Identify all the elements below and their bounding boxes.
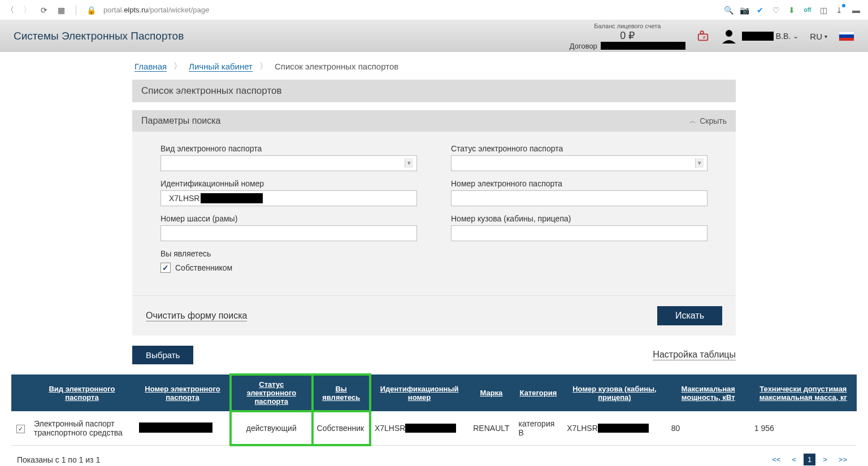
- header-you-are[interactable]: Вы являетесь: [313, 374, 370, 411]
- passport-number-input[interactable]: [451, 190, 708, 206]
- cell-you-are: Собственник: [313, 411, 370, 446]
- svg-text:₽: ₽: [703, 35, 706, 40]
- svg-point-3: [726, 30, 732, 37]
- search-panel: Параметры поиска ︿ Скрыть Вид электронно…: [132, 110, 736, 336]
- language-selector[interactable]: RU▾: [810, 32, 827, 41]
- header-number[interactable]: Номер электронного паспорта: [134, 374, 231, 411]
- forward-icon[interactable]: 〉: [23, 6, 32, 15]
- url-domain: elpts.ru: [124, 6, 148, 14]
- download-arrow-icon[interactable]: ⬇: [787, 5, 797, 15]
- results-count: Показаны с 1 по 1 из 1: [17, 455, 100, 464]
- cell-brand: RENAULT: [468, 411, 514, 446]
- camera-icon[interactable]: 📷: [739, 5, 749, 15]
- apps-icon[interactable]: ▦: [57, 6, 66, 15]
- cell-id: X7LHSR: [370, 411, 468, 446]
- id-number-prefix: X7LHSR: [166, 194, 199, 203]
- breadcrumb-sep: 〉: [259, 61, 268, 72]
- cell-category: категория B: [514, 411, 563, 446]
- lock-icon: 🔒: [86, 6, 96, 15]
- breadcrumb: Главная 〉 Личный кабинет 〉 Список электр…: [132, 61, 736, 72]
- battery-icon[interactable]: ▬: [850, 5, 862, 15]
- breadcrumb-current: Список электронных паспортов: [275, 62, 398, 71]
- cell-status: действующий: [231, 411, 313, 446]
- passport-number-label: Номер электронного паспорта: [451, 179, 708, 188]
- chassis-input[interactable]: [160, 225, 417, 241]
- page-first[interactable]: <<: [768, 454, 784, 465]
- flag-russia-icon[interactable]: [839, 31, 854, 41]
- table-footer: Показаны с 1 по 1 из 1 << < 1 > >>: [0, 446, 868, 466]
- breadcrumb-sep: 〉: [173, 61, 182, 72]
- row-checkbox[interactable]: ✓: [16, 425, 25, 433]
- results-table: Вид электронного паспорта Номер электрон…: [11, 374, 857, 446]
- header-checkbox: [11, 374, 29, 411]
- svg-point-1: [700, 31, 704, 34]
- divider: [76, 5, 76, 15]
- cell-number: [134, 411, 231, 446]
- downloads-icon[interactable]: ⤓: [834, 5, 844, 15]
- collapse-button[interactable]: ︿ Скрыть: [689, 116, 727, 126]
- site-title: Системы Электронных Паспортов: [14, 30, 184, 42]
- clear-form-link[interactable]: Очистить форму поиска: [146, 311, 247, 321]
- back-icon[interactable]: 〈: [6, 6, 15, 15]
- status-label: Статус электронного паспорта: [451, 144, 708, 153]
- heart-icon[interactable]: ♡: [771, 5, 781, 15]
- passport-type-label: Вид электронного паспорта: [160, 144, 417, 153]
- pagination: << < 1 > >>: [768, 454, 851, 465]
- url-display[interactable]: portal.elpts.ru/portal/wicket/page: [103, 6, 209, 14]
- list-panel-title: Список электронных паспортов: [132, 80, 736, 102]
- cell-power: 80: [667, 411, 750, 446]
- owner-checkbox[interactable]: ✓: [160, 263, 171, 273]
- body-label: Номер кузова (кабины, прицепа): [451, 214, 708, 223]
- chevron-down-icon: ⌄: [793, 32, 798, 40]
- breadcrumb-home[interactable]: Главная: [134, 62, 167, 72]
- search-panel-title: Параметры поиска: [141, 116, 220, 126]
- contract-number-redacted: [601, 42, 685, 50]
- body-input[interactable]: [451, 225, 708, 241]
- header-body[interactable]: Номер кузова (кабины, прицепа): [562, 374, 666, 411]
- table-settings-link[interactable]: Настройка таблицы: [653, 350, 736, 360]
- shield-icon[interactable]: ✔: [755, 5, 765, 15]
- header-power[interactable]: Максимальная мощность, кВт: [667, 374, 750, 411]
- select-button[interactable]: Выбрать: [132, 346, 193, 364]
- url-prefix: portal.: [103, 6, 124, 14]
- header-id[interactable]: Идентификационный номер: [370, 374, 468, 411]
- header-mass[interactable]: Технически допустимая максимальная масса…: [750, 374, 857, 411]
- chevron-up-icon: ︿: [689, 116, 696, 126]
- passport-type-select[interactable]: [160, 155, 417, 171]
- balance-block: Баланс лицевого счета 0 ₽ Договор: [570, 23, 685, 50]
- user-name-redacted: [742, 32, 774, 41]
- cube-icon[interactable]: ◫: [818, 5, 828, 15]
- header-category[interactable]: Категория: [514, 374, 563, 411]
- id-number-input[interactable]: X7LHSR: [160, 190, 417, 206]
- you-are-label: Вы являетесь: [160, 249, 417, 258]
- page-last[interactable]: >>: [835, 454, 851, 465]
- lang-code: RU: [810, 32, 822, 41]
- wallet-icon[interactable]: ₽: [697, 30, 709, 42]
- header-type[interactable]: Вид электронного паспорта: [29, 374, 134, 411]
- balance-amount: 0 ₽: [570, 29, 685, 42]
- cell-body: X7LHSR: [562, 411, 666, 446]
- table-row[interactable]: ✓ Электронный паспорт транспортного сред…: [11, 411, 857, 446]
- search-icon[interactable]: 🔍: [723, 5, 734, 15]
- user-initials: В.В.: [776, 32, 791, 41]
- owner-checkbox-label: Собственником: [175, 263, 232, 272]
- balance-label: Баланс лицевого счета: [570, 23, 685, 29]
- breadcrumb-cabinet[interactable]: Личный кабинет: [189, 62, 253, 72]
- avatar-icon: [721, 29, 737, 43]
- header-status[interactable]: Статус электронного паспорта: [231, 374, 313, 411]
- reload-icon[interactable]: ⟳: [40, 6, 49, 15]
- contract-label: Договор: [570, 42, 597, 50]
- search-button[interactable]: Искать: [657, 306, 722, 325]
- cell-mass: 1 956: [750, 411, 857, 446]
- page-prev[interactable]: <: [788, 454, 800, 465]
- browser-toolbar: 〈 〉 ⟳ ▦ 🔒 portal.elpts.ru/portal/wicket/…: [0, 0, 868, 20]
- id-number-redacted: [201, 193, 263, 203]
- user-menu[interactable]: В.В. ⌄: [721, 29, 798, 43]
- status-select[interactable]: [451, 155, 708, 171]
- extension-icon[interactable]: off: [802, 5, 813, 15]
- site-header: Системы Электронных Паспортов Баланс лиц…: [0, 20, 868, 52]
- page-next[interactable]: >: [819, 454, 831, 465]
- header-brand[interactable]: Марка: [468, 374, 514, 411]
- cell-type: Электронный паспорт транспортного средст…: [29, 411, 134, 446]
- page-current[interactable]: 1: [804, 454, 815, 465]
